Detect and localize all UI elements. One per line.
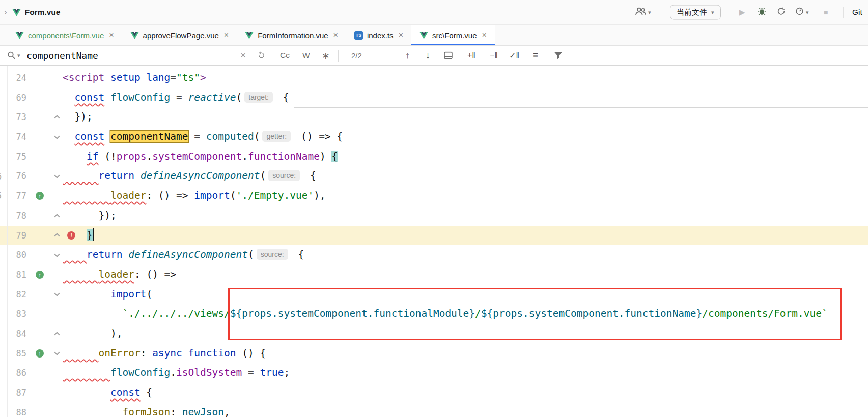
tab-label: src\Form.vue	[432, 31, 477, 40]
code-line-74[interactable]: 74 const componentName = computed(getter…	[0, 127, 868, 147]
coverage-button[interactable]	[777, 7, 786, 18]
code-token	[63, 406, 122, 417]
run-button[interactable]: ▶	[739, 8, 745, 17]
fold-start-icon[interactable]	[53, 251, 61, 259]
tab-index.ts[interactable]: TSindex.ts×	[346, 25, 411, 45]
rerun-coverage-icon	[777, 7, 786, 18]
code-line-85[interactable]: 85↑ onError: async function () {	[0, 344, 868, 364]
error-icon[interactable]: !	[67, 231, 75, 240]
code-line-77[interactable]: 77↑ loader: () => import('./Empty.vue'),	[0, 186, 868, 206]
code-editor[interactable]: 65 24<script setup lang="ts">69 const fl…	[0, 66, 868, 417]
code-token: {	[304, 170, 316, 182]
code-token: =	[170, 72, 176, 83]
git-menu[interactable]: Git	[852, 8, 862, 17]
match-case-toggle[interactable]: Cc	[280, 51, 290, 60]
code-line-73[interactable]: 73 });	[0, 107, 868, 127]
fold-end-icon[interactable]	[53, 113, 61, 121]
filter-search-results-button[interactable]	[554, 52, 563, 59]
code-token	[182, 347, 188, 359]
tab-approveflowpage.vue[interactable]: approveFlowPage.vue×	[122, 25, 237, 45]
debug-button[interactable]	[758, 7, 766, 18]
search-input[interactable]: componentName	[26, 50, 98, 61]
code-token: ${	[481, 308, 493, 319]
run-configuration-selector[interactable]: 当前文件 ▾	[670, 5, 721, 20]
code-line-24[interactable]: 24<script setup lang="ts">	[0, 68, 868, 88]
code-line-87[interactable]: 87 const {	[0, 383, 868, 403]
code-line-86[interactable]: 86 flowConfig.isOldSystem = true;	[0, 363, 868, 383]
next-match-button[interactable]: ↓	[426, 50, 430, 61]
code-line-69[interactable]: 69 const flowConfig = reactive(target: {	[0, 88, 868, 108]
close-tab-icon[interactable]: ×	[224, 31, 229, 40]
collaboration-users-button[interactable]: ▾	[635, 7, 651, 18]
fold-start-icon[interactable]	[53, 133, 61, 141]
add-selection-button[interactable]: +‖	[467, 51, 475, 60]
code-token: }	[469, 308, 475, 319]
whole-words-toggle[interactable]: W	[302, 51, 310, 60]
vue-icon	[15, 32, 24, 39]
fold-end-icon[interactable]	[53, 330, 61, 338]
fold-start-icon[interactable]	[53, 172, 61, 180]
tab-forminformation.vue[interactable]: FormInformation.vue×	[237, 25, 346, 45]
code-token	[63, 347, 98, 359]
code-line-75[interactable]: 75 if (!props.systemComponent.functionNa…	[0, 147, 868, 167]
clear-search-icon[interactable]: ×	[240, 50, 246, 61]
code-token	[63, 386, 110, 398]
previous-match-button[interactable]: ↑	[405, 50, 410, 61]
code-token: : () =>	[146, 190, 194, 201]
tab-components-form.vue[interactable]: components\Form.vue×	[7, 25, 122, 45]
code-token	[63, 269, 98, 280]
gutter-arrow-icon[interactable]: ↑	[36, 271, 44, 279]
code-token: defineAsyncComponent	[128, 249, 248, 260]
code-line-76[interactable]: 76 return defineAsyncComponent(source: {	[0, 166, 868, 186]
profiler-button[interactable]: ▾	[795, 7, 809, 18]
parameter-hint: getter:	[262, 131, 291, 142]
window-chevron-icon[interactable]: ›	[4, 7, 7, 17]
close-tab-icon[interactable]: ×	[399, 31, 403, 40]
close-tab-icon[interactable]: ×	[333, 31, 338, 40]
code-token: : () =>	[134, 269, 176, 280]
active-tab-indicator	[411, 44, 495, 45]
code-token	[63, 151, 87, 162]
search-options-lines-icon[interactable]: ≡	[533, 50, 538, 61]
code-line-80[interactable]: 80 return defineAsyncComponent(source: {	[0, 245, 868, 265]
open-in-find-window-button[interactable]	[444, 52, 453, 59]
code-line-81[interactable]: 81↑ loader: () =>	[0, 265, 868, 285]
tab-src-form.vue[interactable]: src\Form.vue×	[411, 25, 495, 45]
fold-start-icon[interactable]	[53, 349, 61, 357]
gutter-arrow-icon[interactable]: ↑	[36, 349, 44, 358]
fold-end-icon[interactable]	[53, 212, 61, 220]
code-line-84[interactable]: 84 ),	[0, 324, 868, 344]
code-line-83[interactable]: 83 `./../../../views/${props.systemCompo…	[0, 304, 868, 324]
parameter-hint: target:	[244, 92, 273, 103]
code-token: return	[87, 249, 122, 260]
code-token: (!	[98, 151, 116, 162]
code-token: () {	[236, 347, 266, 359]
tab-bar: components\Form.vue×approveFlowPage.vue×…	[0, 25, 868, 46]
newline-history-icon[interactable]	[257, 52, 265, 59]
code-line-88[interactable]: 88 formJson: newJson,	[0, 403, 868, 417]
titlebar-divider	[843, 7, 844, 18]
search-history-chevron-icon[interactable]: ▾	[17, 52, 20, 59]
code-token: computed	[206, 131, 254, 142]
code-line-78[interactable]: 78 });	[0, 206, 868, 226]
search-icon[interactable]	[7, 51, 16, 60]
code-text: const flowConfig = reactive(target: {	[63, 88, 289, 108]
code-line-79[interactable]: 79! }	[0, 226, 868, 246]
close-tab-icon[interactable]: ×	[482, 31, 486, 40]
remove-selection-button[interactable]: −‖	[490, 51, 498, 60]
code-line-82[interactable]: 82 import(	[0, 285, 868, 305]
search-field-divider	[338, 50, 339, 62]
regex-toggle[interactable]: ∗	[322, 50, 330, 62]
select-all-occurrences-button[interactable]: ✓‖	[509, 51, 519, 61]
code-token	[63, 170, 98, 182]
code-token: flowConfig	[110, 367, 170, 378]
fold-end-icon[interactable]	[53, 231, 61, 239]
close-tab-icon[interactable]: ×	[109, 31, 114, 40]
code-token: >	[200, 72, 206, 83]
titlebar: › Form.vue ▾ 当前文件 ▾ ▶ ▾ ■ Git	[0, 0, 868, 25]
fold-start-icon[interactable]	[53, 290, 61, 298]
gutter-arrow-icon[interactable]: ↑	[36, 192, 44, 200]
stop-button[interactable]: ■	[824, 8, 828, 16]
code-token: /components/Form.vue`	[702, 308, 828, 319]
fold-chevron	[54, 350, 60, 355]
